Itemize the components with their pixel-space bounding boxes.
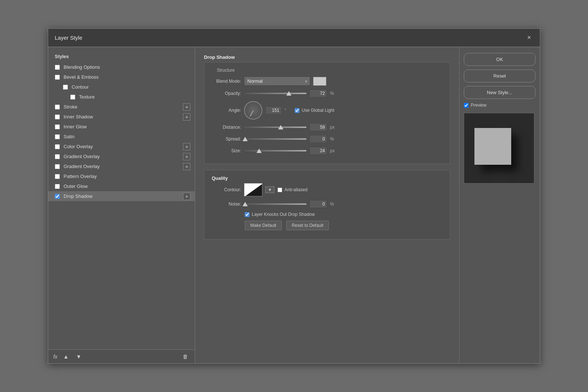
blend-mode-row: Blend Mode: Normal Multiply Screen Overl…: [212, 76, 442, 86]
make-default-button[interactable]: Make Default: [245, 221, 282, 230]
preview-checkbox[interactable]: [464, 103, 469, 108]
sidebar-item-outer-glow[interactable]: Outer Glow: [48, 181, 195, 191]
right-panel: OK Reset New Style... Preview: [459, 47, 540, 363]
gradient-overlay-2-plus-button[interactable]: +: [183, 163, 190, 170]
close-button[interactable]: ×: [525, 33, 533, 42]
color-overlay-checkbox[interactable]: [55, 144, 60, 149]
drop-shadow-label: Drop Shadow: [64, 193, 93, 199]
sidebar-item-stroke[interactable]: Stroke +: [48, 102, 195, 112]
satin-checkbox[interactable]: [55, 134, 60, 139]
gradient-overlay-1-checkbox[interactable]: [55, 154, 60, 159]
angle-symbol: °: [284, 108, 292, 113]
anti-aliased-checkbox[interactable]: [277, 188, 282, 192]
sidebar-item-contour[interactable]: Contour: [48, 82, 195, 92]
stroke-label: Stroke: [64, 104, 78, 110]
pattern-overlay-label: Pattern Overlay: [64, 174, 97, 179]
sidebar-item-gradient-overlay-1[interactable]: Gradient Overlay +: [48, 152, 195, 161]
sidebar-item-drop-shadow[interactable]: Drop Shadow +: [48, 191, 195, 201]
angle-row: Angle: ° Use Global Light: [212, 101, 442, 120]
inner-shadow-plus-button[interactable]: +: [183, 113, 190, 121]
size-input[interactable]: [309, 147, 327, 155]
outer-glow-label: Outer Glow: [64, 183, 88, 189]
stroke-checkbox[interactable]: [55, 104, 60, 110]
dialog-body: Styles Blending Options Bevel & Emboss C…: [48, 47, 540, 363]
opacity-slider-thumb[interactable]: [286, 91, 291, 96]
title-bar: Layer Style ×: [48, 29, 540, 47]
inner-shadow-label: Inner Shadow: [64, 114, 93, 120]
use-global-light-checkbox[interactable]: [295, 108, 300, 113]
spread-slider-track[interactable]: [244, 138, 306, 140]
contour-dropdown-button[interactable]: ▼: [265, 186, 275, 193]
sidebar-item-bevel-emboss[interactable]: Bevel & Emboss: [48, 72, 195, 82]
use-global-light-row[interactable]: Use Global Light: [295, 108, 334, 113]
ok-button[interactable]: OK: [464, 53, 535, 66]
texture-checkbox[interactable]: [70, 95, 75, 100]
gradient-overlay-2-label: Gradient Overlay: [64, 164, 100, 169]
main-section-title: Drop Shadow: [204, 54, 450, 60]
color-overlay-plus-button[interactable]: +: [183, 143, 190, 150]
new-style-button[interactable]: New Style...: [464, 86, 535, 99]
sidebar-item-satin[interactable]: Satin: [48, 132, 195, 142]
contour-preview[interactable]: [244, 183, 262, 196]
noise-unit: %: [330, 202, 337, 207]
sidebar-item-gradient-overlay-2[interactable]: Gradient Overlay +: [48, 161, 195, 171]
noise-input[interactable]: [309, 200, 327, 208]
sidebar-item-inner-shadow[interactable]: Inner Shadow +: [48, 112, 195, 122]
layer-style-dialog: Layer Style × Styles Blending Options Be…: [48, 28, 540, 364]
distance-slider-thumb[interactable]: [278, 125, 283, 129]
color-overlay-label: Color Overlay: [64, 144, 93, 149]
left-panel: Styles Blending Options Bevel & Emboss C…: [48, 47, 195, 363]
satin-label: Satin: [64, 134, 75, 139]
delete-button[interactable]: 🗑: [181, 353, 190, 360]
inner-shadow-checkbox[interactable]: [55, 114, 60, 120]
quality-box: Quality Contour: ▼ Anti-aliased: [204, 170, 450, 239]
sidebar-item-blending-options[interactable]: Blending Options: [48, 62, 195, 72]
noise-slider-track[interactable]: [244, 203, 306, 205]
angle-input[interactable]: [265, 106, 282, 114]
stroke-plus-button[interactable]: +: [183, 103, 190, 111]
gradient-overlay-1-plus-button[interactable]: +: [183, 153, 190, 160]
reset-button[interactable]: Reset: [464, 70, 535, 82]
blend-color-swatch[interactable]: [313, 77, 326, 86]
sidebar-item-color-overlay[interactable]: Color Overlay +: [48, 142, 195, 152]
styles-section-label: Styles: [48, 51, 195, 62]
sidebar-item-texture[interactable]: Texture: [48, 92, 195, 102]
reset-default-button[interactable]: Reset to Default: [286, 221, 329, 230]
drop-shadow-checkbox[interactable]: [55, 194, 60, 199]
outer-glow-checkbox[interactable]: [55, 184, 60, 189]
sidebar-item-pattern-overlay[interactable]: Pattern Overlay: [48, 171, 195, 181]
size-unit: px: [330, 148, 337, 153]
pattern-overlay-checkbox[interactable]: [55, 174, 60, 179]
contour-row: Contour: ▼ Anti-aliased: [212, 183, 442, 196]
spread-slider-thumb[interactable]: [243, 137, 248, 141]
inner-glow-label: Inner Glow: [64, 124, 87, 129]
bevel-emboss-checkbox[interactable]: [55, 75, 60, 80]
blend-mode-select[interactable]: Normal Multiply Screen Overlay Darken Li…: [244, 76, 310, 86]
styles-list: Styles Blending Options Bevel & Emboss C…: [48, 47, 195, 349]
distance-slider-track[interactable]: [244, 126, 306, 128]
move-down-button[interactable]: ▼: [75, 353, 83, 360]
spread-input[interactable]: [309, 135, 327, 143]
size-slider-track[interactable]: [244, 150, 306, 152]
opacity-unit: %: [330, 91, 337, 96]
opacity-input[interactable]: [309, 89, 327, 97]
gradient-overlay-2-checkbox[interactable]: [55, 164, 60, 169]
blend-mode-select-wrapper[interactable]: Normal Multiply Screen Overlay Darken Li…: [244, 76, 310, 86]
structure-box: Structure Blend Mode: Normal Multiply Sc…: [204, 62, 450, 164]
inner-glow-checkbox[interactable]: [55, 124, 60, 129]
angle-dial[interactable]: [244, 101, 262, 120]
noise-slider-thumb[interactable]: [243, 202, 248, 206]
anti-aliased-row[interactable]: Anti-aliased: [277, 187, 308, 192]
drop-shadow-plus-button[interactable]: +: [183, 193, 190, 200]
move-up-button[interactable]: ▲: [62, 353, 70, 360]
opacity-slider-track[interactable]: [244, 93, 306, 94]
noise-label: Noise:: [212, 202, 241, 207]
sidebar-item-inner-glow[interactable]: Inner Glow: [48, 122, 195, 132]
distance-input[interactable]: [309, 123, 327, 131]
spread-row: Spread: %: [212, 135, 442, 143]
size-slider-thumb[interactable]: [257, 149, 262, 153]
blending-options-checkbox[interactable]: [55, 65, 60, 70]
layer-knocks-checkbox[interactable]: [245, 212, 250, 217]
layer-knocks-label[interactable]: Layer Knocks Out Drop Shadow: [245, 212, 315, 217]
contour-checkbox[interactable]: [63, 85, 68, 90]
